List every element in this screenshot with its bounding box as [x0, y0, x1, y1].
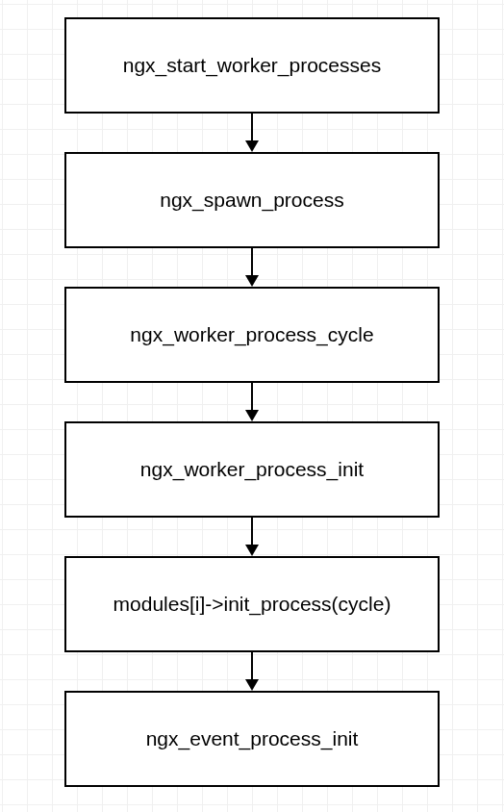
flow-node-label: ngx_spawn_process: [160, 189, 343, 212]
arrow-line: [251, 383, 253, 410]
flow-node-3: ngx_worker_process_cycle: [64, 287, 440, 383]
flow-node-6: ngx_event_process_init: [64, 691, 440, 787]
flow-arrow-2: [242, 248, 262, 287]
arrow-line: [251, 114, 253, 140]
arrow-head-icon: [245, 679, 259, 691]
flow-arrow-1: [242, 114, 262, 152]
flow-node-label: ngx_worker_process_cycle: [130, 323, 373, 346]
arrow-head-icon: [245, 545, 259, 556]
flow-node-2: ngx_spawn_process: [64, 152, 440, 248]
flow-node-label: ngx_worker_process_init: [140, 458, 364, 481]
flow-node-label: ngx_start_worker_processes: [123, 54, 381, 77]
arrow-head-icon: [245, 275, 259, 287]
arrow-head-icon: [245, 140, 259, 152]
flow-node-1: ngx_start_worker_processes: [64, 17, 440, 114]
flow-node-label: ngx_event_process_init: [146, 727, 359, 750]
flow-arrow-3: [242, 383, 262, 421]
arrow-line: [251, 652, 253, 679]
arrow-line: [251, 518, 253, 545]
flow-node-label: modules[i]->init_process(cycle): [113, 593, 391, 616]
flow-arrow-5: [242, 652, 262, 691]
flow-arrow-4: [242, 518, 262, 556]
flow-node-5: modules[i]->init_process(cycle): [64, 556, 440, 652]
flowchart-canvas: ngx_start_worker_processes ngx_spawn_pro…: [0, 0, 504, 812]
flow-node-4: ngx_worker_process_init: [64, 421, 440, 518]
arrow-line: [251, 248, 253, 275]
arrow-head-icon: [245, 410, 259, 421]
